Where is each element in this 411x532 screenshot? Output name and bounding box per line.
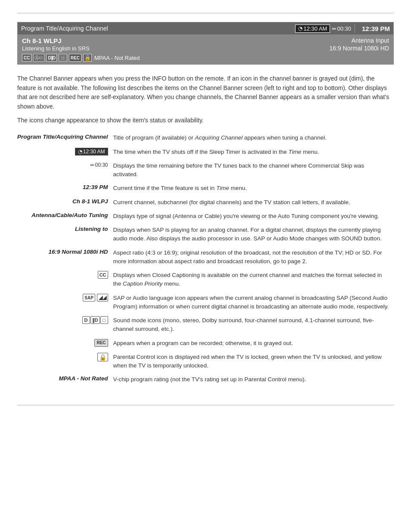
feature-icon-cell: 16:9 Normal 1080i HD (17, 247, 113, 270)
banner-left: Ch 8-1 WLPJ Listening to English in SRS … (22, 37, 140, 62)
feature-icon-cell: CC (17, 269, 113, 292)
banner-channel: Ch 8-1 WLPJ (22, 37, 140, 44)
feature-desc: V-chip program rating (not the TV's rati… (113, 373, 394, 387)
rec-icon: REC (69, 54, 81, 62)
square-badge: □ (100, 316, 108, 324)
channel-banner: Program Title/Acquiring Channel ◔ 12:30 … (17, 22, 394, 65)
mpaa-display: MPAA - Not Rated (94, 55, 140, 61)
sap-icon: Ⓐ⦾ (33, 54, 44, 62)
feature-desc: Title of program (if available) or Acqui… (113, 132, 394, 146)
table-row: ⤔00:30 Displays the time remaining befor… (17, 160, 394, 183)
sap-badge-tbl: SAP (83, 294, 95, 302)
feature-label: Program Title/Acquiring Channel (17, 132, 113, 146)
time-separator (355, 24, 355, 33)
table-row: SAP ◢◢ SAP or Audio language icon appear… (17, 292, 394, 315)
table-row: Ch 8-1 WLPJ Current channel, subchannel … (17, 196, 394, 210)
sleep-time-display: ◔ 12:30 AM (295, 25, 330, 33)
table-row: ◔12:30 AM The time when the TV shuts off… (17, 146, 394, 160)
feature-icon-cell: ◔12:30 AM (17, 146, 113, 160)
current-time-tbl: 12:39 PM (83, 184, 108, 190)
lock-icon: 🔒 (83, 54, 92, 62)
skip-time-display: ⤔ 00:30 (332, 25, 351, 32)
current-time-display: 12:39 PM (362, 25, 390, 32)
description-para1: The Channel Banner appears when you pres… (17, 74, 394, 112)
feature-icon-cell: D ‖D □ (17, 314, 113, 337)
table-row: MPAA - Not Rated V-chip program rating (… (17, 373, 394, 387)
rec-badge-tbl: REC (94, 339, 108, 347)
skip-arrow-icon: ⤔ (332, 25, 336, 32)
feature-table: Program Title/Acquiring Channel Title of… (17, 132, 394, 387)
d-badge: D (82, 316, 90, 324)
feature-desc: Parental Control icon is displayed red w… (113, 351, 394, 374)
skip-arrow-icon-tbl: ⤔ (90, 162, 94, 168)
sleep-icon-display: ◔12:30 AM (75, 148, 108, 156)
top-rule (17, 13, 394, 13)
table-row: Program Title/Acquiring Channel Title of… (17, 132, 394, 146)
feature-desc: Displays when SAP is playing for an anal… (113, 224, 394, 247)
cc-badge-tbl: CC (98, 271, 108, 279)
feature-icon-cell: SAP ◢◢ (17, 292, 113, 315)
feature-desc: Sound mode icons (mono, stereo, Dolby su… (113, 314, 394, 337)
table-row: 12:39 PM Current time if the Time featur… (17, 182, 394, 196)
feature-icon-cell: 12:39 PM (17, 182, 113, 196)
banner-icons-row: CC Ⓐ⦾ D‖D □ REC 🔒 MPAA - Not Rated (22, 54, 140, 62)
dd-badge: ‖D (90, 316, 100, 324)
feature-desc: Displays type of signal (Antenna or Cabl… (113, 210, 394, 224)
banner-input: Antenna Input (352, 37, 389, 44)
feature-desc: Displays the time remaining before the T… (113, 160, 394, 183)
banner-time-area: ◔ 12:30 AM ⤔ 00:30 12:39 PM (295, 24, 390, 33)
feature-label: Listening to (17, 224, 113, 247)
dolby-icons-tbl: D ‖D □ (82, 316, 108, 324)
banner-resolution: 16:9 Normal 1080i HD (329, 45, 389, 52)
banner-main-row: Ch 8-1 WLPJ Listening to English in SRS … (18, 34, 393, 64)
cc-icon: CC (22, 54, 31, 62)
square-icon: □ (59, 54, 67, 62)
feature-desc: Displays when Closed Captioning is avail… (113, 269, 394, 292)
feature-icon-cell: ⤔00:30 (17, 160, 113, 183)
bottom-rule (17, 405, 394, 405)
feature-label: MPAA - Not Rated (17, 373, 113, 387)
feature-icon-cell: REC (17, 337, 113, 351)
table-row: CC Displays when Closed Captioning is av… (17, 269, 394, 292)
page-wrapper: Program Title/Acquiring Channel ◔ 12:30 … (0, 13, 411, 532)
feature-label: Antenna/Cable/Auto Tuning (17, 210, 113, 224)
table-row: REC Appears when a program can be record… (17, 337, 394, 351)
table-row: Antenna/Cable/Auto Tuning Displays type … (17, 210, 394, 224)
feature-desc: The time when the TV shuts off if the Sl… (113, 146, 394, 160)
waves-badge-tbl: ◢◢ (97, 294, 108, 302)
dolby-icon: D‖D (46, 54, 56, 62)
lock-badge-tbl: 🔒 (97, 353, 108, 361)
banner-right: Antenna Input 16:9 Normal 1080i HD (329, 37, 389, 52)
description-area: The Channel Banner appears when you pres… (17, 74, 394, 125)
feature-desc: Appears when a program can be recorded; … (113, 337, 394, 351)
feature-desc: Current channel, subchannel (for digital… (113, 196, 394, 210)
banner-top-row: Program Title/Acquiring Channel ◔ 12:30 … (18, 22, 393, 34)
table-row: D ‖D □ Sound mode icons (mono, stereo, D… (17, 314, 394, 337)
skip-icon-display: ⤔00:30 (90, 162, 108, 168)
banner-program-title: Program Title/Acquiring Channel (21, 25, 108, 32)
table-row: 16:9 Normal 1080i HD Aspect ratio (4:3 o… (17, 247, 394, 270)
feature-desc: Aspect ratio (4:3 or 16:9); original res… (113, 247, 394, 270)
resolution-tbl: 16:9 Normal 1080i HD (48, 249, 108, 255)
feature-icon-cell: Ch 8-1 WLPJ (17, 196, 113, 210)
banner-audio: Listening to English in SRS (22, 45, 140, 52)
feature-icon-cell: 🔒 (17, 351, 113, 374)
channel-tbl: Ch 8-1 WLPJ (72, 198, 108, 205)
moon-icon: ◔ (298, 25, 302, 31)
feature-desc: Current time if the Time feature is set … (113, 182, 394, 196)
moon-icon-tbl: ◔ (78, 149, 82, 155)
table-row: Listening to Displays when SAP is playin… (17, 224, 394, 247)
feature-desc: SAP or Audio language icon appears when … (113, 292, 394, 315)
table-row: 🔒 Parental Control icon is displayed red… (17, 351, 394, 374)
description-para2: The icons change appearance to show the … (17, 116, 394, 125)
